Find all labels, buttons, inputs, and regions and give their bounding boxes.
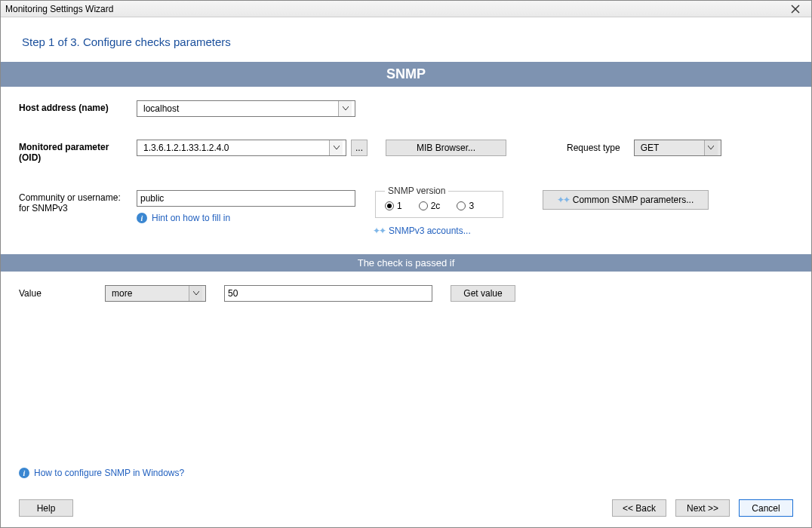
value-compare-text: more [109, 288, 189, 299]
radio-snmp-v1[interactable]: 1 [385, 201, 402, 211]
snmpv3-accounts-link[interactable]: ✦✦ SNMPv3 accounts... [374, 226, 471, 236]
row-value: Value more Get value [19, 285, 793, 302]
label-oid: Monitored parameter (OID) [19, 140, 137, 163]
request-type-combo[interactable]: GET [634, 140, 721, 156]
section-title-condition: The check is passed if [1, 254, 811, 272]
mib-browser-button[interactable]: MIB Browser... [386, 140, 506, 156]
hint-fill-text: Hint on how to fill in [152, 213, 230, 223]
label-community-line2: for SNMPv3 [19, 203, 137, 213]
label-community: Community or username: for SNMPv3 [19, 190, 137, 213]
howto-windows-text: How to configure SNMP in Windows? [34, 468, 184, 478]
chevron-down-icon [338, 101, 352, 116]
radio-icon [419, 201, 428, 210]
sparkle-icon: ✦✦ [374, 226, 384, 236]
row-host-address: Host address (name) localhost [19, 100, 793, 117]
label-request-type: Request type [567, 143, 620, 153]
back-button[interactable]: << Back [612, 499, 666, 517]
radio-v3-label: 3 [469, 201, 474, 211]
get-value-button[interactable]: Get value [451, 285, 515, 302]
value-compare-combo[interactable]: more [105, 285, 206, 302]
titlebar: Monitoring Settings Wizard [1, 1, 811, 17]
community-input[interactable] [137, 190, 355, 207]
radio-v2c-label: 2c [431, 201, 441, 211]
info-icon: i [19, 468, 29, 478]
radio-v1-label: 1 [397, 201, 402, 211]
label-oid-line2: (OID) [19, 152, 137, 163]
label-community-line1: Community or username: [19, 192, 137, 203]
radio-snmp-v3[interactable]: 3 [457, 201, 474, 211]
snmp-version-group: SNMP version 1 2c 3 [375, 186, 503, 218]
radio-icon [385, 201, 394, 210]
wizard-window: Monitoring Settings Wizard Step 1 of 3. … [0, 0, 812, 528]
radio-icon [457, 201, 466, 210]
hint-fill-link[interactable]: i Hint on how to fill in [137, 213, 355, 223]
chevron-down-icon [189, 286, 202, 301]
common-snmp-label: Common SNMP parameters... [573, 195, 694, 205]
step-header: Step 1 of 3. Configure checks parameters [1, 17, 811, 62]
close-button[interactable] [784, 2, 807, 16]
label-snmp-version: SNMP version [385, 186, 448, 196]
chevron-down-icon [704, 140, 718, 155]
cancel-button[interactable]: Cancel [739, 499, 793, 517]
section-title-snmp: SNMP [1, 62, 811, 87]
chevron-down-icon [329, 140, 343, 155]
radio-snmp-v2c[interactable]: 2c [419, 201, 441, 211]
label-oid-line1: Monitored parameter [19, 142, 137, 152]
snmpv3-accounts-text: SNMPv3 accounts... [389, 226, 471, 236]
label-host-address: Host address (name) [19, 100, 137, 113]
host-address-value: localhost [140, 103, 338, 114]
window-title: Monitoring Settings Wizard [5, 4, 784, 14]
value-number-input[interactable] [224, 285, 432, 302]
footer: Help << Back Next >> Cancel [1, 492, 811, 527]
oid-value: 1.3.6.1.2.1.33.1.2.4.0 [140, 143, 329, 153]
help-button[interactable]: Help [19, 499, 73, 517]
row-community: Community or username: for SNMPv3 i Hint… [19, 190, 793, 236]
host-address-combo[interactable]: localhost [137, 100, 355, 117]
next-button[interactable]: Next >> [675, 499, 730, 517]
howto-windows-link[interactable]: i How to configure SNMP in Windows? [19, 468, 184, 478]
request-type-value: GET [638, 143, 704, 153]
oid-combo[interactable]: 1.3.6.1.2.1.33.1.2.4.0 [137, 140, 346, 156]
row-oid: Monitored parameter (OID) 1.3.6.1.2.1.33… [19, 140, 793, 163]
label-value: Value [19, 288, 87, 299]
common-snmp-button[interactable]: ✦✦ Common SNMP parameters... [543, 190, 709, 210]
sparkle-icon: ✦✦ [558, 195, 568, 205]
close-icon [791, 5, 800, 14]
condition-area: Value more Get value i How to configure … [1, 272, 811, 492]
snmp-form: Host address (name) localhost Monitored … [1, 87, 811, 241]
info-icon: i [137, 213, 147, 223]
oid-browse-button[interactable]: ... [351, 140, 368, 156]
